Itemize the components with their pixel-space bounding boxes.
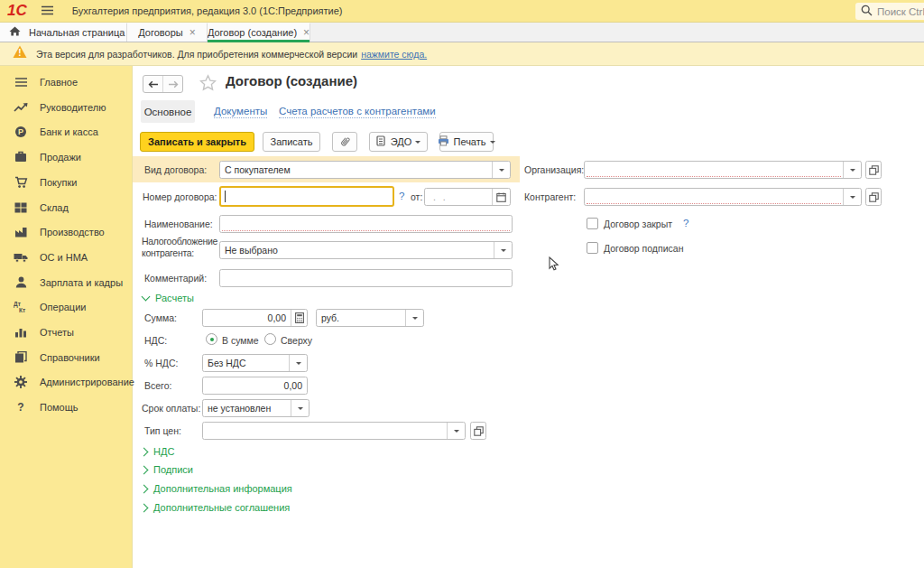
save-button[interactable]: Записать	[263, 132, 320, 152]
attachment-button[interactable]	[332, 132, 357, 152]
back-button[interactable]	[143, 76, 163, 92]
calculator-button[interactable]	[291, 310, 307, 326]
svg-text:Кт: Кт	[19, 307, 25, 313]
date-input[interactable]: . .	[424, 188, 511, 206]
mouse-cursor	[549, 256, 559, 275]
warning-link[interactable]: нажмите сюда.	[361, 49, 427, 60]
text-caret	[225, 191, 226, 202]
tab-home[interactable]: Начальная страница	[0, 23, 126, 42]
sidebar-item-operacii[interactable]: ДтКт Операции	[0, 294, 133, 319]
search-placeholder: Поиск Ctrl+Shift+F	[877, 6, 924, 17]
sidebar-item-pomosch[interactable]: ? Помощь	[0, 395, 133, 419]
tab-home-label: Начальная страница	[29, 27, 125, 38]
srok-oplaty-select[interactable]: не установлен	[202, 399, 310, 417]
vid-dogovora-select[interactable]: С покупателем	[219, 161, 511, 179]
form-tab-osnovnoe[interactable]: Основное	[141, 100, 195, 123]
nds-label: НДС:	[144, 335, 167, 346]
summa-label: Сумма:	[144, 312, 177, 323]
naimenovanie-input[interactable]	[219, 215, 513, 233]
calendar-button[interactable]	[492, 189, 510, 205]
chevron-right-icon	[140, 484, 149, 493]
summa-input[interactable]: 0,00	[202, 309, 308, 327]
help-icon[interactable]: ?	[399, 191, 404, 201]
question-icon: ?	[12, 401, 30, 413]
sidebar-item-os-nma[interactable]: ОС и НМА	[0, 245, 133, 269]
paperclip-icon	[337, 134, 352, 150]
sidebar-item-otchety[interactable]: Отчеты	[0, 320, 133, 344]
tip-cen-open-button[interactable]	[470, 422, 486, 440]
dropdown-button[interactable]	[494, 242, 512, 258]
nds-sverhu-radio[interactable]	[264, 333, 276, 345]
section-nds[interactable]: НДС	[143, 446, 174, 457]
procent-nds-label: % НДС:	[144, 358, 178, 368]
procent-nds-select[interactable]: Без НДС	[202, 354, 308, 372]
organizaciya-select[interactable]	[584, 161, 862, 179]
nalogooblozhenie-label: Налогообложение контрагента:	[142, 236, 221, 259]
sidebar-item-prodazhi[interactable]: Продажи	[0, 144, 133, 169]
trend-icon	[12, 102, 30, 113]
dropdown-button[interactable]	[289, 355, 307, 371]
vsego-input[interactable]: 0,00	[202, 377, 308, 395]
open-icon	[869, 165, 879, 175]
currency-select[interactable]: руб.	[316, 309, 424, 327]
kontragent-select[interactable]	[584, 188, 862, 206]
save-close-button[interactable]: Записать и закрыть	[140, 132, 254, 152]
main-menu-icon[interactable]	[41, 3, 54, 19]
dropdown-button[interactable]	[843, 189, 861, 205]
svg-text:?: ?	[17, 401, 23, 413]
vid-dogovora-label: Вид договора:	[144, 164, 207, 175]
kontragent-open-button[interactable]	[865, 188, 882, 206]
menu-icon	[12, 77, 30, 88]
global-search[interactable]: Поиск Ctrl+Shift+F	[855, 3, 924, 20]
tab-close-icon[interactable]: ×	[189, 26, 196, 39]
help-icon[interactable]: ?	[683, 218, 688, 228]
home-icon	[9, 24, 21, 41]
form-tab-dokumenty[interactable]: Документы	[214, 106, 267, 118]
dogovor-podpisan-checkbox[interactable]	[587, 242, 598, 254]
dogovor-podpisan-label: Договор подписан	[604, 243, 683, 254]
dropdown-button[interactable]	[447, 423, 465, 439]
sidebar-item-sklad[interactable]: Склад	[0, 195, 133, 219]
dropdown-button[interactable]	[492, 162, 510, 178]
nomer-dogovora-input[interactable]	[219, 186, 394, 207]
dropdown-arrow-icon	[415, 141, 420, 144]
form-tab-scheta[interactable]: Счета расчетов с контрагентами	[279, 106, 436, 118]
sidebar-item-bank[interactable]: Р Банк и касса	[0, 119, 133, 144]
kommentarij-input[interactable]	[219, 269, 513, 287]
section-podpisi[interactable]: Подписи	[143, 464, 193, 475]
nalogooblozhenie-select[interactable]: Не выбрано	[219, 241, 513, 259]
section-raschety[interactable]: Расчеты	[143, 293, 194, 303]
forward-button[interactable]	[163, 76, 182, 92]
kommentarij-label: Комментарий:	[144, 273, 207, 284]
section-dop-soglasheniya[interactable]: Дополнительные соглашения	[143, 502, 290, 513]
sales-icon	[12, 151, 30, 163]
dropdown-button[interactable]	[291, 400, 309, 416]
sidebar-item-pokupki[interactable]: Покупки	[0, 170, 133, 194]
dtkt-icon: ДтКт	[12, 301, 30, 313]
sidebar-item-spravochniki[interactable]: Справочники	[0, 345, 133, 369]
organizaciya-open-button[interactable]	[865, 161, 882, 179]
search-icon	[861, 4, 873, 20]
sidebar-item-glavnoe[interactable]: Главное	[0, 70, 133, 94]
edo-button[interactable]: ЭДО	[369, 132, 428, 152]
tab-dogovor-active[interactable]: Договор (создание) ×	[208, 23, 310, 42]
sidebar-item-rukovoditelyu[interactable]: Руководителю	[0, 95, 133, 119]
books-icon	[12, 351, 30, 363]
sidebar-item-zarplata[interactable]: Зарплата и кадры	[0, 270, 133, 294]
production-icon	[12, 227, 30, 237]
tab-separator	[207, 23, 208, 42]
dropdown-button[interactable]	[843, 162, 861, 178]
print-button[interactable]: Печать	[439, 132, 494, 152]
dropdown-button[interactable]	[405, 310, 423, 326]
bank-icon: Р	[12, 126, 30, 138]
tab-dogovory[interactable]: Договоры ×	[127, 23, 207, 42]
favorite-star-icon[interactable]	[199, 74, 217, 95]
section-dop-informaciya[interactable]: Дополнительная информация	[143, 483, 292, 494]
nds-v-summe-radio[interactable]	[206, 333, 217, 345]
sidebar-item-proizvodstvo[interactable]: Производство	[0, 219, 133, 244]
truck-icon	[12, 252, 30, 263]
dogovor-zakryt-checkbox[interactable]	[587, 218, 598, 229]
sidebar-item-administrirovanie[interactable]: Администрирование	[0, 369, 133, 394]
tip-cen-select[interactable]	[202, 422, 466, 440]
top-bar: 1С Бухгалтерия предприятия, редакция 3.0…	[0, 0, 924, 23]
